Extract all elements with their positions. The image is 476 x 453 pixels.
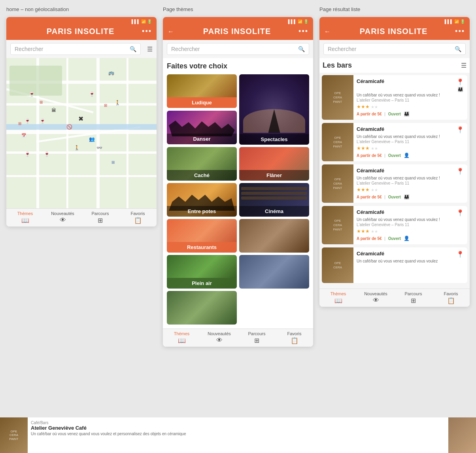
- poi-calendar[interactable]: 📅: [21, 133, 26, 138]
- wifi-icon-r: 📶: [454, 19, 459, 24]
- status-bar-home: ▌▌▌ 📶 🔋: [6, 17, 157, 25]
- result-open-1: Ouvert: [388, 112, 401, 116]
- nav-nouveautes-home[interactable]: Nouveautés 👁: [44, 211, 81, 224]
- nav-themes-home[interactable]: Thèmes 📖: [6, 211, 44, 224]
- result-loc-4: L'atelier Geneviève – Paris 11: [357, 223, 464, 227]
- result-card-5[interactable]: OPECERA Céramicafé 📍 Un café/bar où vous…: [322, 247, 467, 283]
- nav-favoris-results[interactable]: Favoris 📋: [432, 291, 470, 304]
- search-icon-results[interactable]: 🔍: [455, 46, 461, 52]
- result-stars-2: ★★★: [357, 145, 370, 151]
- cinema-seats1: [241, 187, 307, 190]
- poi-grid4[interactable]: ⊞: [111, 160, 115, 164]
- theme-extra3-img: [167, 291, 237, 325]
- pin-icon-5: 📍: [456, 251, 464, 258]
- theme-flaner-label: Flâner: [239, 170, 309, 181]
- theme-spectacles-label: Spectacles: [239, 134, 309, 145]
- nav-parcours-results[interactable]: Parcours ⊞: [395, 291, 432, 304]
- search-container-home: Rechercher 🔍 ☰: [6, 40, 157, 58]
- nav-nouveautes-results[interactable]: Nouveautés 👁: [357, 291, 395, 304]
- poi-grid3[interactable]: ⊞: [18, 121, 21, 126]
- result-desc-5: Un café/bar où vous venez quand vous vou…: [357, 259, 464, 263]
- result-person-icon-4: 👤: [404, 236, 410, 241]
- poi-grid1[interactable]: ⊞: [40, 100, 43, 104]
- theme-entrepotes[interactable]: Entre potes: [167, 183, 237, 217]
- poi-wine2[interactable]: 🍷: [89, 91, 95, 97]
- search-box-results[interactable]: Rechercher 🔍: [323, 43, 466, 55]
- result-thumb-text-3: OPECERAPAINT: [333, 177, 342, 191]
- cinema-seats3: [241, 196, 307, 200]
- nav-nouveautes-themes[interactable]: Nouveautés 👁: [200, 331, 238, 344]
- theme-extra3[interactable]: [167, 291, 237, 325]
- column-themes: Page thèmes ▌▌▌ 📶 🔋 ← PARIS INSOLITE •••…: [163, 6, 313, 347]
- theme-cinema[interactable]: Cinéma: [239, 183, 309, 217]
- results-filter-icon[interactable]: ☰: [461, 62, 467, 69]
- poi-person1[interactable]: 🚶: [115, 100, 121, 106]
- result-thumb-4: OPECERAPAINT: [322, 206, 353, 244]
- theme-extra1-img: [239, 219, 309, 253]
- poi-grid2[interactable]: ⊞: [104, 103, 107, 108]
- result-stars-1: ★★★: [357, 104, 370, 109]
- poi-prohibition[interactable]: 🚫: [66, 124, 72, 130]
- result-price-meta-1: A partir de 5€ | Ouvert 👨‍👩‍👧: [357, 111, 464, 117]
- back-button-themes[interactable]: ←: [168, 28, 176, 35]
- poi-museum[interactable]: 🏛: [51, 108, 56, 113]
- theme-extra1[interactable]: [239, 219, 309, 253]
- family-icon-1: 👨‍👩‍👧: [457, 87, 463, 92]
- poi-wine3[interactable]: 🍷: [25, 118, 30, 124]
- search-icon-home[interactable]: 🔍: [130, 46, 136, 52]
- theme-ludique[interactable]: Ludique: [167, 74, 237, 108]
- poi-wine1[interactable]: 🍷: [29, 91, 35, 97]
- result-card-4[interactable]: OPECERAPAINT Céramicafé 📍 Un café/bar où…: [322, 206, 467, 244]
- road-v4: [127, 58, 128, 208]
- poi-activity[interactable]: ✖: [78, 115, 83, 123]
- nav-favoris-home[interactable]: Favoris 📋: [119, 211, 157, 224]
- menu-button-home[interactable]: •••: [142, 27, 152, 36]
- result-card-2[interactable]: OPECERAPAINT Céramicafé 📍 Un café/bar où…: [322, 123, 467, 161]
- screen-label-themes: Page thèmes: [163, 6, 313, 12]
- theme-restaurants-label: Restaurants: [167, 242, 237, 253]
- poi-glasses[interactable]: 👓: [96, 145, 102, 151]
- theme-flaner[interactable]: Flâner: [239, 147, 309, 181]
- result-card-1[interactable]: OPECERAPAINT Céramicafé 📍 👨‍👩‍👧 Un café/…: [322, 75, 467, 120]
- result-family-inline-1: 👨‍👩‍👧: [404, 111, 410, 117]
- result-meta-4: ★★★ ★★: [357, 228, 464, 234]
- nav-favoris-themes[interactable]: Favoris 📋: [276, 331, 313, 344]
- theme-danser[interactable]: Danser: [167, 111, 237, 144]
- theme-pleinair[interactable]: Plein air: [167, 255, 237, 289]
- app-title-themes: PARIS INSOLITE: [176, 27, 298, 36]
- result-desc-2: Un café/bar où vous venez quand vous vou…: [357, 134, 464, 139]
- search-box-themes[interactable]: Rechercher 🔍: [167, 43, 309, 55]
- status-bar-themes: ▌▌▌ 📶 🔋: [163, 17, 313, 25]
- poi-bus[interactable]: 🚌: [108, 70, 114, 76]
- sep-1: |: [384, 112, 385, 116]
- theme-restaurants[interactable]: Restaurants: [167, 219, 237, 253]
- screen-label-results: Page résultat liste: [319, 6, 470, 12]
- nav-favoris-icon-r: 📋: [447, 297, 455, 304]
- nav-parcours-home[interactable]: Parcours ⊞: [81, 211, 119, 224]
- back-button-results[interactable]: ←: [324, 28, 332, 35]
- poi-wine6[interactable]: 🍷: [44, 151, 50, 157]
- menu-button-themes[interactable]: •••: [298, 27, 308, 36]
- nav-parcours-themes[interactable]: Parcours ⊞: [238, 331, 276, 344]
- search-icon-themes[interactable]: 🔍: [298, 46, 305, 52]
- nav-themes-results[interactable]: Thèmes 📖: [319, 291, 357, 304]
- poi-people[interactable]: 👥: [89, 136, 95, 142]
- result-meta-3: ★★★ ★★: [357, 187, 464, 193]
- poi-wine4[interactable]: 🍷: [40, 118, 45, 124]
- theme-cache[interactable]: Caché: [167, 147, 237, 181]
- sep-3: |: [384, 195, 385, 199]
- search-box-home[interactable]: Rechercher 🔍: [10, 43, 141, 55]
- result-stars-4: ★★★: [357, 228, 370, 234]
- poi-person2[interactable]: 🚶: [74, 145, 80, 151]
- nav-nouveautes-icon-r: 👁: [373, 297, 379, 304]
- result-stars-3: ★★★: [357, 187, 370, 193]
- menu-button-results[interactable]: •••: [455, 27, 465, 36]
- theme-spectacles[interactable]: Spectacles: [239, 74, 309, 145]
- poi-wine5[interactable]: 🍷: [25, 151, 30, 157]
- nav-themes-themes[interactable]: Thèmes 📖: [163, 331, 200, 344]
- theme-extra2[interactable]: [239, 255, 309, 289]
- result-card-3[interactable]: OPECERAPAINT Céramicafé 📍 Un café/bar où…: [322, 164, 467, 203]
- results-header: Les bars ☰: [319, 58, 470, 73]
- result-desc-4: Un café/bar où vous venez quand vous vou…: [357, 217, 464, 222]
- filter-icon-home[interactable]: ☰: [147, 45, 153, 53]
